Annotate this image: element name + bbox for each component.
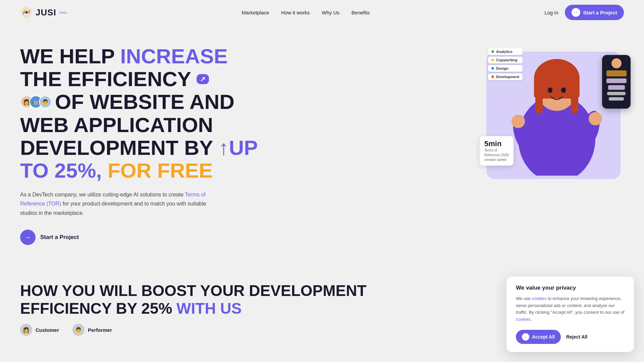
hero-content: WE HELP INCREASE THE EFFICIENCY ↗ 👩 🤖 👨 … [20, 38, 258, 245]
development-label: Development [496, 75, 519, 79]
analytics-dot [491, 50, 494, 53]
headline-forfree: FOR FREE [108, 159, 213, 182]
design-dot [491, 67, 494, 70]
development-dot [491, 75, 494, 78]
cookie-banner: We value your privacy We use cookies to … [506, 277, 634, 352]
cookie-title: We value your privacy [516, 285, 625, 291]
customer-label: Customer [36, 327, 59, 333]
phone-item-3 [608, 85, 625, 90]
main-nav: Marketplace How it works Why Us Benefits [242, 10, 370, 15]
start-project-arrow-icon [572, 8, 580, 17]
headline-to25: TO 25%, [20, 159, 108, 182]
accept-all-label: Accept All [532, 334, 555, 340]
logo-icon [20, 6, 33, 19]
phone-avatar [611, 58, 622, 68]
start-circle-icon: → [20, 230, 36, 245]
headline-line-2: THE EFFICIENCY ↗ [20, 68, 258, 90]
headline-line-5: DEVELOPMENT BY ↑UP [20, 136, 258, 159]
nav-marketplace[interactable]: Marketplace [242, 10, 269, 15]
mini-card-development: Development [488, 73, 523, 80]
nav-benefits[interactable]: Benefits [352, 10, 370, 15]
avatar-3: 👨 [39, 96, 52, 108]
with-us-text: WITH US [176, 300, 241, 317]
phone-item-5 [609, 97, 624, 101]
avatars-group: 👩 🤖 👨 [20, 96, 48, 108]
svg-point-1 [25, 11, 28, 13]
svg-point-12 [512, 115, 525, 128]
copywriting-label: Copywriting [496, 58, 518, 62]
start-project-hero-button[interactable]: → Start a Project [20, 230, 79, 245]
hero-description: As a DevTech company, we utilize cutting… [20, 190, 215, 218]
tor-time: 5min [484, 139, 509, 148]
cookie-text: We use cookies to enhance your browsing … [516, 295, 625, 323]
performer-avatar: 👨 [72, 324, 85, 336]
mini-card-design: Design [488, 65, 523, 72]
logo[interactable]: JUSI beta [20, 6, 67, 19]
trend-badge: ↗ [197, 74, 209, 84]
logo-name: JUSI [36, 7, 56, 18]
nav-why-us[interactable]: Why Us [322, 10, 339, 15]
phone-item-4 [607, 92, 626, 95]
reject-all-button[interactable]: Reject All [566, 334, 587, 340]
tor-desc: Terms of Reference (ToR) creation speed [484, 148, 509, 162]
svg-rect-7 [571, 87, 578, 114]
mini-cards: Analytics Copywriting Design Development [488, 48, 523, 80]
hero-image-area: Analytics Copywriting Design Development [483, 42, 624, 176]
headline-line-6: TO 25%, FOR FREE [20, 159, 258, 182]
logo-beta: beta [60, 10, 67, 14]
copywriting-dot [491, 59, 494, 61]
header-actions: Log in Start a Project [544, 5, 624, 20]
start-project-hero-label: Start a Project [40, 234, 79, 241]
start-project-header-label: Start a Project [583, 10, 617, 15]
cookie-link-2[interactable]: cookies [516, 317, 531, 322]
role-performer: 👨 Performer [72, 324, 112, 336]
cookie-link-1[interactable]: cookies [532, 296, 546, 301]
svg-point-9 [561, 87, 566, 93]
accept-all-button[interactable]: → Accept All [516, 330, 561, 344]
phone-mockup [602, 55, 631, 109]
headline-line-3: 👩 🤖 👨 OF WEBSITE AND [20, 90, 258, 113]
mini-card-analytics: Analytics [488, 48, 523, 55]
headline-line-1: WE HELP INCREASE [20, 45, 258, 68]
start-project-header-button[interactable]: Start a Project [565, 5, 624, 20]
performer-label: Performer [88, 327, 112, 333]
hero-section: WE HELP INCREASE THE EFFICIENCY ↗ 👩 🤖 👨 … [0, 25, 644, 265]
analytics-label: Analytics [496, 50, 513, 54]
nav-how-it-works[interactable]: How it works [281, 10, 310, 15]
customer-avatar: 👩 [20, 324, 32, 336]
cookie-actions: → Accept All Reject All [516, 330, 625, 344]
accept-arrow-icon: → [522, 333, 529, 341]
design-label: Design [496, 66, 508, 70]
trend-icon: ↗ [200, 75, 206, 83]
mini-card-copywriting: Copywriting [488, 57, 523, 63]
headline-line-4: WEB APPLICATION [20, 114, 258, 136]
hero-headline: WE HELP INCREASE THE EFFICIENCY ↗ 👩 🤖 👨 … [20, 45, 258, 182]
phone-item-1 [606, 70, 627, 76]
svg-rect-6 [535, 87, 543, 114]
headline-increase: INCREASE [120, 45, 228, 68]
svg-point-8 [548, 87, 552, 93]
role-customer: 👩 Customer [20, 324, 59, 336]
login-button[interactable]: Log in [544, 10, 558, 15]
headline-up: ↑UP [218, 136, 258, 159]
tor-badge: 5min Terms of Reference (ToR) creation s… [480, 136, 514, 166]
svg-point-13 [589, 112, 602, 125]
phone-item-2 [606, 78, 627, 83]
